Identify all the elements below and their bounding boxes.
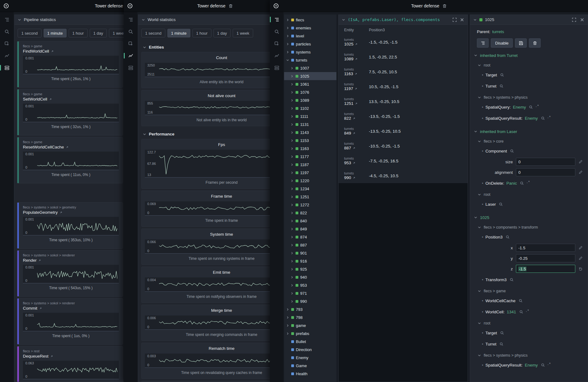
save-entity-button[interactable] (515, 38, 527, 48)
entity-link[interactable]: 887 (344, 146, 369, 150)
refs-icon[interactable]: .* (525, 309, 529, 312)
chevron-right-icon[interactable] (290, 115, 294, 118)
chevron-right-icon[interactable] (290, 75, 294, 78)
chevron-right-icon[interactable] (290, 251, 294, 255)
tree-item-901[interactable]: 901 (284, 249, 336, 257)
fullscreen-icon[interactable] (452, 17, 457, 22)
tree-item-1061[interactable]: 1061 (284, 80, 336, 88)
tree-item-1234[interactable]: 1234 (284, 185, 336, 193)
chevron-right-icon[interactable] (290, 300, 294, 303)
search-icon[interactable] (541, 363, 545, 367)
search-icon[interactable] (519, 299, 523, 303)
refs-icon[interactable]: .* (547, 115, 551, 119)
system-name-link[interactable]: ResetWorldCellCache (23, 145, 119, 149)
chevron-right-icon[interactable] (290, 211, 294, 215)
external-link-icon[interactable] (352, 161, 356, 165)
tree-item-1131[interactable]: 1131 (284, 120, 336, 128)
outliner-icon[interactable] (127, 16, 134, 23)
inspect-icon[interactable] (127, 40, 134, 47)
system-name-link[interactable]: DequeueRest (23, 354, 119, 358)
chevron-right-icon[interactable] (290, 203, 294, 207)
chart-icon[interactable] (127, 52, 134, 59)
undo-icon[interactable] (578, 267, 583, 271)
tree-item-916[interactable]: 916 (284, 257, 336, 265)
query-row-887[interactable]: turrets887-10.5, -0.25, -1.5 (339, 139, 468, 153)
pencil-icon[interactable] (578, 246, 583, 250)
chevron-right-icon[interactable] (290, 83, 294, 86)
tree-item-1007[interactable]: 1007 (284, 64, 336, 72)
system-name-link[interactable]: Render (23, 258, 119, 263)
external-link-icon[interactable] (355, 102, 358, 105)
search-icon[interactable] (499, 342, 504, 346)
chevron-right-icon[interactable] (290, 292, 294, 295)
tree-item-1177[interactable]: 1177 (284, 152, 336, 161)
query-row-1089[interactable]: turrets10891.5, -0.25, 22.5 (339, 49, 468, 64)
tree-item-Bullet[interactable]: Bullet (284, 337, 336, 346)
external-link-icon[interactable] (59, 211, 63, 214)
inspector-body[interactable]: Parent: turrets Disable inherited from T… (470, 25, 588, 382)
tree-item-1111[interactable]: 1111 (284, 112, 336, 120)
chevron-down-icon[interactable] (478, 139, 481, 143)
tree-item-1143[interactable]: 1143 (284, 128, 336, 136)
chevron-down-icon[interactable] (342, 18, 345, 22)
inspector-scope-heading[interactable]: root (474, 61, 584, 69)
search-icon[interactable] (3, 28, 11, 35)
inspector-scope-heading[interactable]: flecs > components > transform (474, 223, 584, 231)
chevron-down-icon[interactable] (143, 45, 146, 49)
tree-item-1089[interactable]: 1089 (284, 96, 336, 104)
chevron-right-icon[interactable] (290, 147, 294, 150)
chevron-down-icon[interactable] (478, 354, 481, 357)
tree-item-1025[interactable]: 1025 (284, 72, 336, 80)
chevron-right-icon[interactable] (286, 332, 289, 335)
chevron-right-icon[interactable] (290, 276, 294, 279)
time-range-1-week[interactable]: 1 week (109, 29, 125, 37)
chevron-right-icon[interactable] (290, 67, 294, 70)
tree-view-button[interactable] (477, 38, 489, 48)
tree-item-turrets[interactable]: turrets (284, 56, 336, 64)
tree-item-925[interactable]: 925 (284, 265, 336, 273)
chevron-right-icon[interactable] (290, 235, 294, 239)
external-link-icon[interactable] (355, 58, 358, 61)
chevron-down-icon[interactable] (141, 18, 145, 22)
entity-link[interactable]: 1163 (344, 71, 369, 76)
chevron-down-icon[interactable] (478, 225, 481, 229)
search-icon[interactable] (127, 28, 134, 35)
chevron-right-icon[interactable] (290, 284, 294, 287)
chevron-right-icon[interactable] (290, 123, 294, 126)
search-icon[interactable] (273, 28, 280, 35)
external-link-icon[interactable] (66, 146, 69, 149)
field-input-x[interactable]: -1.5 (516, 244, 575, 252)
chevron-right-icon[interactable] (286, 50, 289, 54)
query-row-990[interactable]: turrets990-4.5, -0.25, 10.5 (339, 168, 468, 183)
external-link-icon[interactable] (50, 355, 53, 358)
component-value[interactable]: Enemy (513, 105, 526, 109)
search-icon[interactable] (500, 331, 504, 335)
tree-item-971[interactable]: 971 (284, 289, 336, 297)
system-name-link[interactable]: PopulateGeometry (23, 210, 119, 215)
tables-icon[interactable] (273, 64, 280, 71)
time-range-1-minute[interactable]: 1 minute (44, 29, 67, 37)
search-icon[interactable] (499, 202, 503, 206)
component-value[interactable]: Enemy (525, 116, 538, 121)
tree-item-1272[interactable]: 1272 (284, 201, 336, 209)
external-link-icon[interactable] (352, 147, 356, 150)
chevron-down-icon[interactable] (18, 18, 21, 22)
search-icon[interactable] (510, 149, 514, 153)
chevron-down-icon[interactable] (478, 63, 481, 67)
tree-item-Direction[interactable]: Direction (284, 346, 336, 354)
tree-item-prefabs[interactable]: prefabs (284, 329, 336, 337)
tree-item-1251[interactable]: 1251 (284, 193, 336, 201)
search-icon[interactable] (499, 84, 504, 88)
time-range-1-day[interactable]: 1 day (90, 29, 107, 37)
chevron-right-icon[interactable] (286, 316, 289, 319)
tree-item-940[interactable]: 940 (284, 273, 336, 281)
component-value[interactable]: Enemy (525, 363, 538, 367)
entity-link[interactable]: 1197 (344, 86, 369, 91)
refs-icon[interactable]: .* (535, 104, 539, 108)
tree-item-particles[interactable]: particles (284, 40, 336, 48)
external-link-icon[interactable] (355, 43, 358, 46)
search-icon[interactable] (541, 116, 545, 120)
tree-item-793[interactable]: 793 (284, 305, 336, 313)
refs-icon[interactable]: .* (526, 180, 530, 184)
chevron-right-icon[interactable] (286, 308, 289, 311)
